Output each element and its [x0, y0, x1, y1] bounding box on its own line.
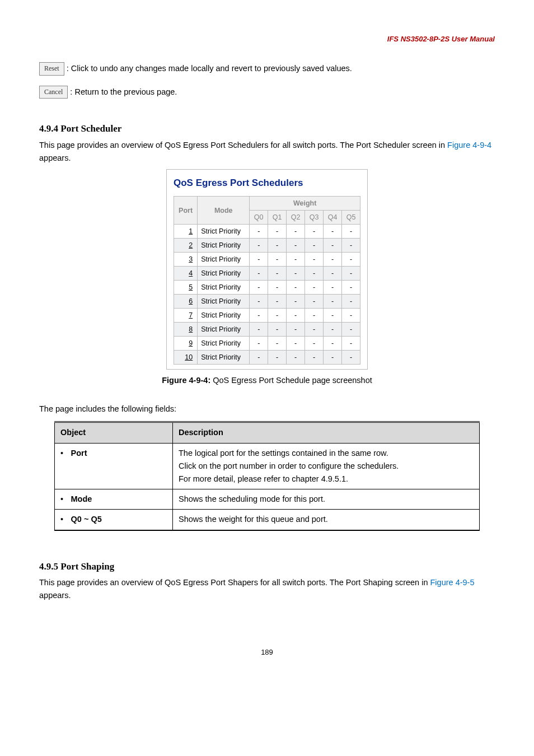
weight-cell: - — [268, 267, 287, 281]
weight-cell: - — [324, 281, 342, 295]
weight-cell: - — [250, 253, 268, 267]
object-cell: • Q0 ~ Q5 — [55, 510, 173, 530]
shaping-figref: Figure 4-9-5 — [430, 578, 475, 587]
description-cell: The logical port for the settings contai… — [173, 443, 480, 489]
scheduler-panel-title: QoS Egress Port Schedulers — [174, 175, 360, 190]
shaping-intro-post: appears. — [39, 591, 71, 600]
weight-cell: - — [287, 309, 305, 323]
table-row: 5Strict Priority------ — [174, 281, 360, 295]
table-row: 2Strict Priority------ — [174, 239, 360, 253]
table-row: 7Strict Priority------ — [174, 309, 360, 323]
weight-cell: - — [268, 323, 287, 337]
weight-cell: - — [250, 323, 268, 337]
weight-cell: - — [305, 253, 324, 267]
col-weight-q1: Q1 — [268, 211, 287, 225]
weight-cell: - — [250, 351, 268, 365]
weight-cell: - — [305, 225, 324, 239]
cancel-description: : Return to the previous page. — [70, 87, 177, 96]
weight-cell: - — [324, 323, 342, 337]
table-row: 1Strict Priority------ — [174, 225, 360, 239]
port-link[interactable]: 9 — [189, 339, 193, 347]
weight-cell: - — [324, 309, 342, 323]
table-row: • PortThe logical port for the settings … — [55, 443, 480, 489]
scheduler-table: Port Mode Weight Q0Q1Q2Q3Q4Q5 1Strict Pr… — [174, 196, 360, 365]
weight-cell: - — [268, 295, 287, 309]
port-link[interactable]: 10 — [185, 353, 193, 361]
fields-head-desc: Description — [173, 422, 480, 443]
table-row: 10Strict Priority------ — [174, 351, 360, 365]
figure-caption: Figure 4-9-4: QoS Egress Port Schedule p… — [39, 374, 495, 387]
weight-cell: - — [287, 323, 305, 337]
port-cell: 8 — [174, 323, 198, 337]
figure-caption-text: QoS Egress Port Schedule page screenshot — [210, 376, 372, 385]
weight-cell: - — [268, 351, 287, 365]
weight-cell: - — [287, 225, 305, 239]
weight-cell: - — [250, 267, 268, 281]
port-link[interactable]: 4 — [189, 269, 193, 277]
weight-cell: - — [342, 281, 360, 295]
table-row: 4Strict Priority------ — [174, 267, 360, 281]
port-link[interactable]: 5 — [189, 283, 193, 291]
port-link[interactable]: 7 — [189, 311, 193, 319]
mode-cell: Strict Priority — [198, 337, 250, 351]
fields-intro: The page includes the following fields: — [39, 403, 495, 416]
port-cell: 4 — [174, 267, 198, 281]
scheduler-intro-pre: This page provides an overview of QoS Eg… — [39, 141, 447, 150]
weight-cell: - — [305, 267, 324, 281]
col-weight-q5: Q5 — [342, 211, 360, 225]
port-cell: 5 — [174, 281, 198, 295]
shaping-intro: This page provides an overview of QoS Eg… — [39, 576, 495, 602]
port-cell: 2 — [174, 239, 198, 253]
weight-cell: - — [342, 351, 360, 365]
weight-cell: - — [305, 309, 324, 323]
cancel-button[interactable]: Cancel — [39, 86, 68, 99]
weight-cell: - — [324, 337, 342, 351]
table-row: • ModeShows the scheduling mode for this… — [55, 489, 480, 510]
reset-description: : Click to undo any changes made locally… — [67, 64, 352, 73]
description-cell: Shows the weight for this queue and port… — [173, 510, 480, 530]
col-weight-q0: Q0 — [250, 211, 268, 225]
scheduler-figref: Figure 4-9-4 — [447, 141, 491, 150]
port-link[interactable]: 2 — [189, 241, 193, 249]
col-port: Port — [174, 197, 198, 225]
scheduler-panel: QoS Egress Port Schedulers Port Mode Wei… — [166, 169, 368, 370]
scheduler-intro-post: appears. — [39, 153, 71, 162]
weight-cell: - — [324, 225, 342, 239]
col-weight-q4: Q4 — [324, 211, 342, 225]
weight-cell: - — [250, 225, 268, 239]
weight-cell: - — [342, 337, 360, 351]
port-link[interactable]: 3 — [189, 255, 193, 263]
weight-cell: - — [250, 295, 268, 309]
shaping-intro-pre: This page provides an overview of QoS Eg… — [39, 578, 430, 587]
weight-cell: - — [305, 351, 324, 365]
port-cell: 3 — [174, 253, 198, 267]
weight-cell: - — [324, 267, 342, 281]
col-weight-q3: Q3 — [305, 211, 324, 225]
weight-cell: - — [305, 281, 324, 295]
object-cell: • Mode — [55, 489, 173, 510]
mode-cell: Strict Priority — [198, 253, 250, 267]
weight-cell: - — [250, 309, 268, 323]
weight-cell: - — [250, 337, 268, 351]
scheduler-intro: This page provides an overview of QoS Eg… — [39, 139, 495, 165]
table-row: 9Strict Priority------ — [174, 337, 360, 351]
weight-cell: - — [342, 267, 360, 281]
page-number: 189 — [39, 647, 495, 659]
weight-cell: - — [287, 295, 305, 309]
weight-cell: - — [305, 323, 324, 337]
mode-cell: Strict Priority — [198, 295, 250, 309]
port-cell: 1 — [174, 225, 198, 239]
weight-cell: - — [287, 253, 305, 267]
weight-cell: - — [305, 337, 324, 351]
port-link[interactable]: 6 — [189, 297, 193, 305]
section-heading-shaping: 4.9.5 Port Shaping — [39, 559, 495, 574]
weight-cell: - — [268, 239, 287, 253]
weight-cell: - — [287, 239, 305, 253]
reset-button[interactable]: Reset — [39, 62, 64, 75]
weight-cell: - — [342, 239, 360, 253]
port-link[interactable]: 1 — [189, 227, 193, 235]
weight-cell: - — [342, 309, 360, 323]
weight-cell: - — [268, 309, 287, 323]
port-link[interactable]: 8 — [189, 325, 193, 333]
weight-cell: - — [287, 281, 305, 295]
